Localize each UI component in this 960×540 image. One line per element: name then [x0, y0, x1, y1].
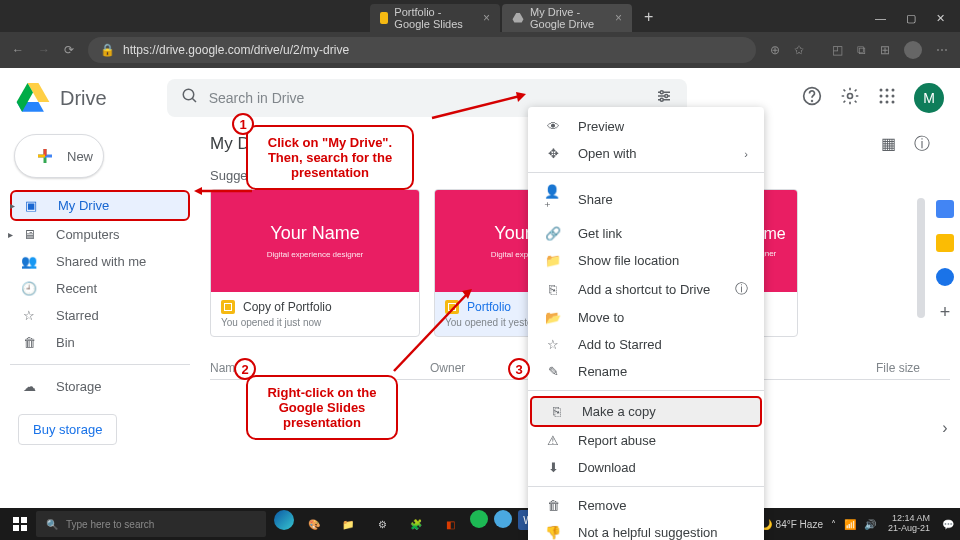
refresh-button[interactable]: ⟳ [64, 43, 74, 57]
sidebar-item-computers[interactable]: ▸ 🖥 Computers [10, 221, 190, 248]
svg-rect-29 [21, 525, 27, 531]
taskbar-app-settings[interactable]: ⚙ [368, 510, 396, 538]
maximize-button[interactable]: ▢ [906, 12, 916, 25]
copy-icon: ⎘ [548, 404, 566, 419]
ctx-open-with[interactable]: ✥Open with› [528, 140, 764, 167]
tray-volume-icon[interactable]: 🔊 [864, 519, 876, 530]
sidebar-item-label: Starred [56, 308, 99, 323]
chevron-right-icon[interactable]: ▸ [8, 229, 13, 240]
calendar-icon[interactable] [936, 200, 954, 218]
url-text: https://drive.google.com/drive/u/2/my-dr… [123, 43, 349, 57]
collections-icon[interactable]: ⊞ [880, 43, 890, 57]
suggested-card[interactable]: Your Name Digital experience designer Co… [210, 189, 420, 337]
new-button[interactable]: New [14, 134, 104, 178]
apps-grid-icon[interactable] [878, 87, 896, 109]
ctx-download[interactable]: ⬇Download [528, 454, 764, 481]
taskbar-app-explorer[interactable]: 📁 [334, 510, 362, 538]
scrollbar[interactable] [917, 198, 925, 318]
close-icon[interactable]: × [483, 11, 490, 25]
help-icon[interactable] [802, 86, 822, 110]
ctx-add-shortcut[interactable]: ⎘Add a shortcut to Driveⓘ [528, 274, 764, 304]
ctx-make-copy[interactable]: ⎘Make a copy [530, 396, 762, 427]
sidebar-item-label: Recent [56, 281, 97, 296]
ctx-show-location[interactable]: 📁Show file location [528, 247, 764, 274]
taskbar-weather[interactable]: 🌙 84°F Haze [760, 519, 823, 530]
sidebar-item-recent[interactable]: 🕘 Recent [10, 275, 190, 302]
grid-view-icon[interactable]: ▦ [881, 134, 896, 155]
tasks-icon[interactable] [936, 268, 954, 286]
extension-icon[interactable]: ⧉ [857, 43, 866, 57]
thumbs-down-icon: 👎 [544, 525, 562, 540]
sidebar-item-my-drive[interactable]: ▸ ▣ My Drive [10, 190, 190, 221]
ctx-preview[interactable]: 👁Preview [528, 113, 764, 140]
svg-point-5 [660, 91, 663, 94]
ctx-not-helpful[interactable]: 👎Not a helpful suggestion [528, 519, 764, 540]
share-icon: 👤⁺ [544, 184, 562, 214]
taskbar-app[interactable]: 🎨 [300, 510, 328, 538]
sidebar-item-starred[interactable]: ☆ Starred [10, 302, 190, 329]
hide-panel-icon[interactable]: › [942, 419, 947, 437]
ctx-get-link[interactable]: 🔗Get link [528, 220, 764, 247]
search-options-icon[interactable] [655, 87, 673, 109]
zoom-icon[interactable]: ⊕ [770, 43, 780, 57]
extension-icon[interactable]: ◰ [832, 43, 843, 57]
svg-rect-27 [21, 517, 27, 523]
info-icon[interactable]: ⓘ [914, 134, 930, 155]
taskbar-app[interactable] [494, 510, 512, 528]
settings-gear-icon[interactable] [840, 86, 860, 110]
chevron-right-icon[interactable]: ▸ [10, 200, 15, 211]
card-meta: You opened it just now [221, 317, 409, 328]
taskbar-search[interactable]: 🔍 Type here to search [36, 511, 266, 537]
ctx-rename[interactable]: ✎Rename [528, 358, 764, 385]
taskbar-clock[interactable]: 12:14 AM 21-Aug-21 [884, 514, 934, 534]
taskbar-app-office[interactable]: ◧ [436, 510, 464, 538]
chevron-right-icon: › [744, 148, 748, 160]
help-icon[interactable]: ⓘ [735, 280, 748, 298]
sidebar-item-storage[interactable]: ☁ Storage [10, 373, 190, 400]
taskbar-app-spotify[interactable] [470, 510, 488, 528]
keep-icon[interactable] [936, 234, 954, 252]
tray-wifi-icon[interactable]: 📶 [844, 519, 856, 530]
ctx-move-to[interactable]: 📂Move to [528, 304, 764, 331]
address-bar[interactable]: 🔒 https://drive.google.com/drive/u/2/my-… [88, 37, 756, 63]
ctx-share[interactable]: 👤⁺Share [528, 178, 764, 220]
slides-file-icon [221, 300, 235, 314]
lock-icon: 🔒 [100, 43, 115, 57]
forward-button[interactable]: → [38, 43, 50, 57]
ctx-report-abuse[interactable]: ⚠Report abuse [528, 427, 764, 454]
sidebar-item-shared[interactable]: 👥 Shared with me [10, 248, 190, 275]
account-avatar[interactable]: M [914, 83, 944, 113]
browser-tab-slides[interactable]: Portfolio - Google Slides × [370, 4, 500, 32]
new-tab-button[interactable]: + [634, 4, 663, 32]
add-addon-icon[interactable]: + [940, 302, 951, 323]
svg-point-11 [880, 89, 883, 92]
svg-point-7 [660, 98, 663, 101]
start-button[interactable] [6, 510, 34, 538]
close-icon[interactable]: × [615, 11, 622, 25]
svg-rect-28 [13, 525, 19, 531]
ctx-add-starred[interactable]: ☆Add to Starred [528, 331, 764, 358]
sidebar-item-bin[interactable]: 🗑 Bin [10, 329, 190, 356]
svg-point-19 [892, 101, 895, 104]
favorites-icon[interactable]: ✩ [794, 43, 804, 57]
trash-icon: 🗑 [544, 498, 562, 513]
minimize-button[interactable]: — [875, 12, 886, 24]
tray-chevron-icon[interactable]: ˄ [831, 519, 836, 530]
ctx-remove[interactable]: 🗑Remove [528, 492, 764, 519]
tab-title: Portfolio - Google Slides [394, 6, 477, 30]
svg-marker-21 [194, 187, 202, 195]
close-window-button[interactable]: ✕ [936, 12, 945, 25]
column-header-size[interactable]: File size [876, 361, 920, 375]
buy-storage-button[interactable]: Buy storage [18, 414, 117, 445]
slides-tab-icon [380, 12, 388, 24]
back-button[interactable]: ← [12, 43, 24, 57]
notifications-icon[interactable]: 💬 [942, 519, 954, 530]
profile-icon[interactable] [904, 41, 922, 59]
taskbar-app-edge[interactable] [274, 510, 294, 530]
warning-icon: ⚠ [544, 433, 562, 448]
taskbar-app[interactable]: 🧩 [402, 510, 430, 538]
shortcut-icon: ⎘ [544, 282, 562, 297]
menu-icon[interactable]: ⋯ [936, 43, 948, 57]
browser-tab-drive[interactable]: My Drive - Google Drive × [502, 4, 632, 32]
annotation-callout-2: Right-click on the Google Slides present… [246, 375, 398, 440]
